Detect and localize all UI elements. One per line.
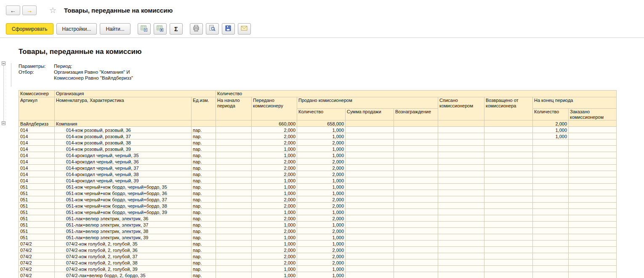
cell-transferred[interactable]: 2,000 (252, 158, 297, 165)
table-row[interactable]: 051 051-кож черный+кож бордо, черный+бор… (19, 209, 617, 215)
cell-end-qty[interactable] (533, 247, 569, 253)
cell-reward[interactable] (394, 203, 438, 209)
cell-reward[interactable] (394, 253, 438, 259)
cell-transferred[interactable]: 2,000 (252, 171, 297, 177)
header-nomenclature[interactable]: Номенклатура, Характеристика (55, 97, 192, 120)
cell-sold-sum[interactable] (346, 209, 394, 215)
cell-written-off[interactable] (438, 196, 484, 203)
cell-transferred[interactable]: 1,000 (252, 184, 297, 190)
cell-article[interactable]: 014 (19, 146, 55, 152)
cell-written-off[interactable] (438, 234, 484, 241)
preview-button[interactable] (206, 23, 219, 35)
cell-sold-qty[interactable]: 2,000 (297, 215, 346, 222)
forward-button[interactable]: → (22, 5, 37, 15)
cell-begin[interactable] (216, 158, 252, 165)
cell-sold-qty[interactable]: 1,000 (297, 184, 346, 190)
cell-transferred[interactable]: 2,000 (252, 133, 297, 139)
cell-end-qty[interactable] (533, 165, 569, 171)
collapse-group-button[interactable] (2, 121, 5, 125)
cell-unit[interactable]: пар. (192, 266, 216, 272)
cell-begin[interactable] (216, 190, 252, 196)
header-returned[interactable]: Возвращено от комиссионера (484, 97, 533, 120)
cell-sold-qty[interactable]: 2,000 (297, 253, 346, 259)
cell-ordered[interactable] (569, 158, 617, 165)
header-sold-sum[interactable]: Сумма продажи (346, 109, 394, 120)
cell-sold-qty[interactable]: 1,000 (297, 177, 346, 184)
cell-article[interactable]: 074/2 (19, 272, 55, 278)
cell-unit[interactable]: пар. (192, 228, 216, 234)
cell-sold-qty[interactable]: 2,000 (297, 196, 346, 203)
cell-article[interactable]: 014 (19, 127, 55, 133)
cell-end-qty[interactable] (533, 228, 569, 234)
cell-begin[interactable] (216, 196, 252, 203)
cell-reward[interactable] (394, 222, 438, 228)
cell-sold-qty[interactable]: 2,000 (297, 139, 346, 146)
cell-sold-qty[interactable]: 2,000 (297, 247, 346, 253)
cell-sold-sum[interactable] (346, 120, 394, 127)
table-row[interactable]: 014 014-крокодил черный, черный, 37 пар.… (19, 165, 617, 171)
cell-unit[interactable]: пар. (192, 259, 216, 266)
collapse-report-button[interactable] (2, 61, 5, 65)
cell-article[interactable]: 074/2 (19, 253, 55, 259)
cell-nomenclature[interactable]: 051-кож черный+кож бордо, черный+бордо, … (55, 190, 192, 196)
cell-begin[interactable] (216, 241, 252, 247)
cell-article[interactable]: 014 (19, 171, 55, 177)
cell-transferred[interactable]: 2,000 (252, 247, 297, 253)
cell-sold-sum[interactable] (346, 171, 394, 177)
cell-written-off[interactable] (438, 247, 484, 253)
cell-begin[interactable] (216, 171, 252, 177)
table-row[interactable]: 014 014-крокодил черный, черный, 39 пар.… (19, 177, 617, 184)
cell-sold-sum[interactable] (346, 222, 394, 228)
cell-ordered[interactable] (569, 133, 617, 139)
cell-transferred[interactable]: 2,000 (252, 203, 297, 209)
cell-reward[interactable] (394, 196, 438, 203)
cell-unit[interactable]: пар. (192, 158, 216, 165)
cell-sold-sum[interactable] (346, 158, 394, 165)
cell-end-qty[interactable] (533, 184, 569, 190)
header-article[interactable]: Артикул (19, 97, 55, 120)
header-begin-period[interactable]: На начало периода (216, 97, 252, 120)
cell-reward[interactable] (394, 152, 438, 158)
cell-begin[interactable] (216, 259, 252, 266)
group-total-row[interactable]: Вайлдберизз Компания 660,000 658,000 2,0… (19, 120, 617, 127)
table-row[interactable]: 014 014-кож розовый, розовый, 37 пар. 2,… (19, 133, 617, 139)
cell-returned[interactable] (484, 184, 533, 190)
cell-written-off[interactable] (438, 158, 484, 165)
header-reward[interactable]: Вознаграждение (394, 109, 438, 120)
cell-ordered[interactable] (569, 127, 617, 133)
header-end-period-group[interactable]: На конец периода (533, 97, 617, 109)
header-sold-qty[interactable]: Количество (297, 109, 346, 120)
cell-end-qty[interactable] (533, 266, 569, 272)
cell-nomenclature[interactable]: 074/2-лак+велюр бордо, 2, бордо, 35 (55, 272, 192, 278)
cell-article[interactable]: 014 (19, 133, 55, 139)
cell-transferred[interactable]: 2,000 (252, 228, 297, 234)
cell-begin[interactable] (216, 266, 252, 272)
cell-reward[interactable] (394, 158, 438, 165)
cell-unit[interactable]: пар. (192, 247, 216, 253)
cell-reward[interactable] (394, 190, 438, 196)
cell-reward[interactable] (394, 139, 438, 146)
cell-begin[interactable] (216, 133, 252, 139)
cell-end-qty[interactable] (533, 146, 569, 152)
cell-article[interactable]: 014 (19, 152, 55, 158)
cell-transferred[interactable]: 2,000 (252, 165, 297, 171)
table-row[interactable]: 014 014-кож розовый, розовый, 36 пар. 2,… (19, 127, 617, 133)
cell-end-qty[interactable]: 1,000 (533, 133, 569, 139)
cell-ordered[interactable] (569, 203, 617, 209)
cell-sold-qty[interactable]: 1,000 (297, 127, 346, 133)
cell-nomenclature[interactable]: 014-крокодил черный, черный, 35 (55, 152, 192, 158)
cell-nomenclature[interactable]: 014-кож розовый, розовый, 39 (55, 146, 192, 152)
cell-reward[interactable] (394, 146, 438, 152)
cell-sold-qty[interactable]: 658,000 (297, 120, 346, 127)
cell-written-off[interactable] (438, 165, 484, 171)
cell-ordered[interactable] (569, 184, 617, 190)
cell-begin[interactable] (216, 222, 252, 228)
header-ordered[interactable]: Заказано комиссионером (569, 109, 617, 120)
cell-begin[interactable] (216, 228, 252, 234)
header-quantity-group[interactable]: Количество (216, 91, 617, 97)
cell-article[interactable]: 014 (19, 139, 55, 146)
cell-reward[interactable] (394, 209, 438, 215)
cell-returned[interactable] (484, 253, 533, 259)
table-row[interactable]: 051 051-кож черный+кож бордо, черный+бор… (19, 184, 617, 190)
cell-returned[interactable] (484, 152, 533, 158)
